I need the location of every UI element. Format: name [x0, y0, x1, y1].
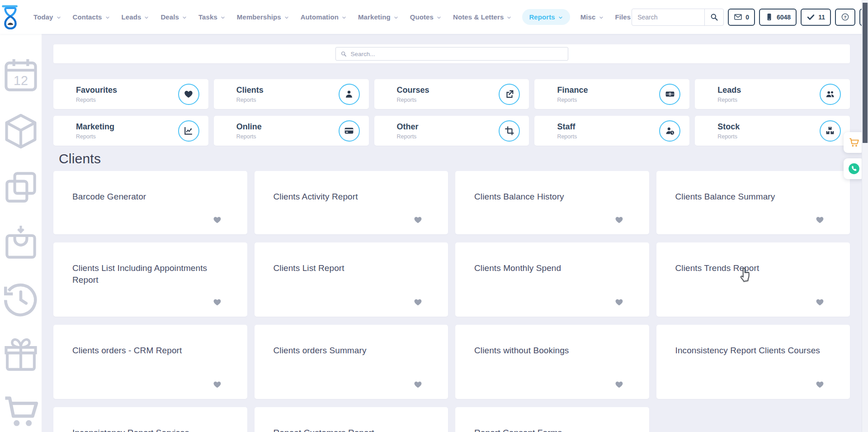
chevron-down-icon: [558, 15, 563, 20]
report-card[interactable]: Clients Trends Report: [656, 242, 850, 317]
nav-action-button[interactable]: 6048: [759, 9, 797, 26]
category-card[interactable]: Clients Reports: [214, 79, 369, 109]
heart-icon[interactable]: [815, 380, 825, 389]
report-card[interactable]: Inconsistency Report Clients Courses: [656, 325, 850, 399]
boxes-icon: [825, 126, 835, 136]
chevron-down-icon: [56, 15, 61, 20]
report-title: Clients Trends Report: [675, 262, 821, 274]
app-logo[interactable]: [0, 5, 21, 29]
nav-item[interactable]: Notes & Letters: [452, 9, 513, 25]
category-card[interactable]: Other Reports: [374, 116, 529, 146]
heart-icon[interactable]: [413, 215, 423, 224]
heart-icon[interactable]: [614, 380, 624, 389]
nav-item[interactable]: Misc: [580, 9, 605, 25]
scrollbar-thumb[interactable]: [863, 3, 868, 143]
nav-item[interactable]: Memberships: [236, 9, 290, 25]
vertical-scrollbar[interactable]: [862, 0, 868, 432]
sidebar-button[interactable]: [0, 166, 42, 208]
heart-icon[interactable]: [413, 380, 423, 389]
nav-item-label: Today: [33, 13, 53, 21]
heart-icon[interactable]: [815, 215, 825, 224]
nav-item[interactable]: Files: [614, 9, 632, 25]
report-card[interactable]: Clients orders - CRM Report: [53, 325, 247, 399]
banknote-icon: [665, 89, 675, 99]
category-card[interactable]: Favourites Reports: [53, 79, 208, 109]
whatsapp-icon: [848, 163, 860, 175]
navbar-search-button[interactable]: [704, 9, 723, 25]
nav-item[interactable]: Automation: [300, 9, 348, 25]
category-icon-circle: [499, 120, 520, 142]
report-card[interactable]: Clients Activity Report: [255, 171, 448, 234]
report-title: Inconsistency Report Services: [72, 427, 217, 432]
report-card[interactable]: Clients without Bookings: [455, 325, 649, 399]
report-title: Clients orders Summary: [274, 345, 419, 356]
heart-icon[interactable]: [212, 298, 222, 307]
category-subtitle: Reports: [76, 97, 117, 103]
category-card[interactable]: Online Reports: [214, 116, 369, 146]
chevron-down-icon: [599, 15, 604, 20]
nav-item[interactable]: Today: [33, 9, 62, 25]
category-card[interactable]: Staff Reports: [534, 116, 689, 146]
nav-action-button[interactable]: 11: [801, 9, 831, 26]
category-subtitle: Reports: [397, 133, 419, 140]
page-search-placeholder: Search...: [351, 51, 375, 57]
nav-item[interactable]: Tasks: [198, 9, 226, 25]
heart-icon[interactable]: [212, 380, 222, 389]
navbar-search-input[interactable]: [632, 14, 704, 21]
category-card[interactable]: Stock Reports: [695, 116, 850, 146]
report-card[interactable]: Barcode Generator: [53, 171, 247, 234]
category-card[interactable]: Marketing Reports: [53, 116, 208, 146]
nav-action-button[interactable]: 0: [728, 9, 755, 26]
report-card[interactable]: Clients List Including Appointments Repo…: [53, 242, 247, 317]
sidebar-button[interactable]: [0, 279, 42, 320]
sidebar-button[interactable]: [0, 391, 42, 432]
cart-icon: [0, 391, 42, 432]
category-subtitle: Reports: [236, 97, 264, 103]
report-card[interactable]: Inconsistency Report Services: [53, 407, 247, 432]
nav-action-button[interactable]: ?: [835, 9, 855, 26]
report-card[interactable]: Clients Monthly Spend: [455, 242, 649, 317]
category-grid: Favourites Reports Clients Reports: [53, 79, 850, 146]
report-card[interactable]: Clients List Report: [255, 242, 448, 317]
nav-item[interactable]: Quotes: [409, 9, 443, 25]
report-card[interactable]: Report Consent Forms: [455, 407, 649, 432]
heart-icon[interactable]: [614, 298, 624, 307]
sidebar-button[interactable]: [0, 110, 42, 152]
report-title: Clients List Including Appointments Repo…: [72, 262, 217, 285]
report-card[interactable]: Clients Balance Summary: [656, 171, 850, 234]
people-icon: [825, 89, 835, 99]
category-icon-circle: [659, 84, 680, 105]
category-card[interactable]: Courses Reports: [374, 79, 529, 109]
sidebar-button[interactable]: [0, 335, 42, 376]
category-title: Stock: [717, 122, 740, 132]
category-card[interactable]: Leads Reports: [695, 79, 850, 109]
category-card[interactable]: Finance Reports: [534, 79, 689, 109]
heart-icon[interactable]: [413, 298, 423, 307]
report-card[interactable]: Repeat Customers Report: [255, 407, 448, 432]
chevron-down-icon: [436, 15, 442, 20]
page-search-input[interactable]: Search...: [335, 47, 568, 61]
sidebar-button[interactable]: 12: [0, 54, 42, 96]
heart-icon[interactable]: [212, 215, 222, 224]
report-card[interactable]: Clients Balance History: [455, 171, 649, 234]
report-card[interactable]: Clients orders Summary: [255, 325, 448, 399]
sidebar-button[interactable]: [0, 223, 42, 264]
report-title: Clients without Bookings: [474, 345, 619, 356]
page-search-bar: Search...: [53, 44, 850, 63]
nav-item[interactable]: Leads: [121, 9, 151, 25]
nav-item[interactable]: Marketing: [357, 9, 400, 25]
heart-icon[interactable]: [614, 215, 624, 224]
category-subtitle: Reports: [236, 133, 262, 140]
mobile-icon: [765, 13, 774, 21]
category-title: Leads: [717, 85, 741, 95]
category-subtitle: Reports: [397, 97, 429, 103]
category-title: Courses: [397, 85, 429, 95]
heart-icon[interactable]: [815, 298, 825, 307]
history-icon: [0, 279, 42, 320]
nav-item[interactable]: Contacts: [72, 9, 111, 25]
chevron-down-icon: [220, 15, 226, 20]
navbar-action-buttons: 0 6048 11 ? i: [728, 9, 868, 26]
nav-item[interactable]: Reports: [522, 9, 570, 25]
nav-item[interactable]: Deals: [160, 9, 188, 25]
nav-item-label: Notes & Letters: [453, 13, 504, 21]
